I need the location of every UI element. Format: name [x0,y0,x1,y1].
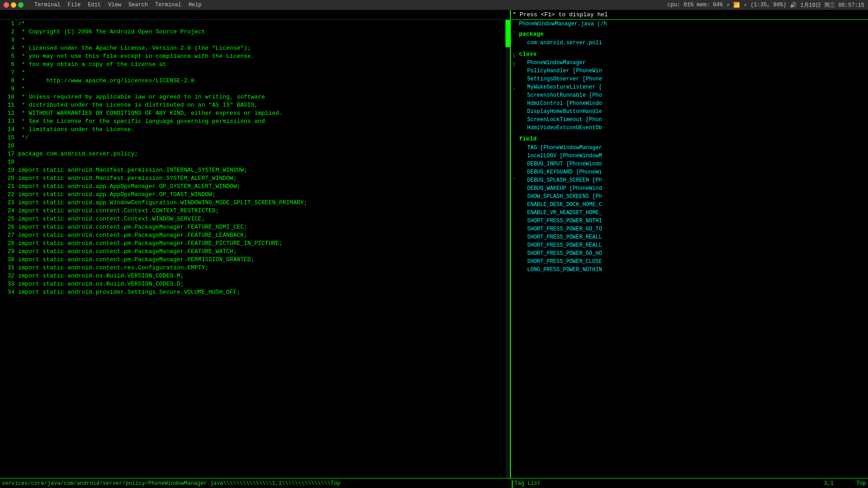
code-line: 2 * Copyright (C) 2006 The Android Open … [0,28,510,36]
class-item[interactable]: PhoneWindowManager [519,59,868,67]
line-number: 2 [0,28,14,36]
package-value: com.android.server.poli [519,39,868,47]
field-item[interactable]: DEBUG_WAKEUP [PhoneWind [519,184,868,192]
vbar-4: - [511,85,517,93]
line-number: 34 [0,288,14,296]
line-content: import static android.provider.Settings.… [18,288,510,296]
code-line: 10 * Unless required by applicable law o… [0,93,510,101]
code-line: 19import static android.Manifest.permiss… [0,166,510,174]
field-item[interactable]: DEBUG_SPLASH_SCREEN [Ph [519,176,868,184]
vert-bars: - | | - - [511,20,517,478]
field-item[interactable]: TAG [PhoneWindowManager [519,144,868,152]
field-item[interactable]: ENABLE_VR_HEADSET_HOME_ [519,209,868,217]
code-line: 22import static android.app.AppOpsManage… [0,191,510,199]
class-item[interactable]: SettingsObserver [Phone [519,75,868,83]
wifi-icon: 📶 [733,2,740,9]
class-item[interactable]: HdmiControl [PhoneWindo [519,99,868,108]
code-line: 17package com.android.server.policy; [0,150,510,158]
field-item[interactable]: localLOGV [PhoneWindowM [519,152,868,160]
line-number: 5 [0,52,14,61]
class-item[interactable]: ScreenLockTimeout [Phon [519,116,868,124]
maximize-button[interactable] [18,2,24,8]
menu-edit[interactable]: Edit [88,2,101,8]
line-content: * you may not use this file except in co… [18,52,510,61]
line-number: 19 [0,166,14,174]
menu-terminal[interactable]: Terminal [34,2,61,8]
line-content: * See the License for the specific langu… [18,117,510,126]
code-line: 29import static android.content.pm.Packa… [0,248,510,256]
line-content: import static android.app.AppOpsManager.… [18,191,510,199]
top-menu-bar: Terminal File Edit View Search Terminal … [0,0,868,10]
editor-panel: 1/*2 * Copyright (C) 2006 The Android Op… [0,20,511,478]
field-header: field [519,135,868,144]
line-content [18,158,510,166]
code-line: 21import static android.app.AppOpsManage… [0,183,510,191]
field-item[interactable]: DEBUG_KEYGUARD [PhoneWi [519,168,868,176]
field-item[interactable]: SHOW_SPLASH_SCREENS [Ph [519,192,868,201]
line-content: * Licensed under the Apache License, Ver… [18,44,510,52]
code-line: 33import static android.os.Build.VERSION… [0,280,510,288]
scrollbar-thumb[interactable] [505,20,510,47]
class-item[interactable]: PolicyHandler [PhoneWin [519,67,868,75]
line-number: 31 [0,264,14,272]
menu-search[interactable]: Search [128,2,148,8]
field-item[interactable]: SHORT_PRESS_POWER_GO_HO [519,249,868,258]
code-line: 24import static android.content.Context.… [0,207,510,215]
field-item[interactable]: SHORT_PRESS_POWER_NOTHI [519,217,868,225]
line-number: 15 [0,134,14,142]
class-item[interactable]: ScreenshotRunnable [Pho [519,91,868,99]
line-content: import static android.content.pm.Package… [18,231,510,239]
field-item[interactable]: SHORT_PRESS_POWER_GO_TO [519,225,868,233]
menu-file[interactable]: File [68,2,81,8]
line-number: 10 [0,93,14,101]
line-number: 33 [0,280,14,288]
line-number: 9 [0,85,14,93]
field-item[interactable]: ENABLE_DESK_DOCK_HOME_C [519,201,868,209]
code-line: 1/* [0,20,510,28]
top-bar-right: cpu: 01% mem: 04% ⚡ 📶 ⚡ (1:35, 86%) 🔊 1月… [667,1,864,9]
line-content: * distributed under the License is distr… [18,101,510,109]
code-line: 27import static android.content.pm.Packa… [0,231,510,239]
field-item[interactable]: LONG_PRESS_POWER_NOTHIN [519,266,868,274]
line-number: 28 [0,239,14,248]
code-line: 25import static android.content.Context.… [0,215,510,223]
code-line: 18 [0,158,510,166]
class-item[interactable]: MyWakeGestureListener [ [519,83,868,91]
line-number: 12 [0,109,14,117]
code-line: 23import static android.app.WindowConfig… [0,199,510,207]
menu-view[interactable]: View [108,2,121,8]
datetime: 1月10日 周三 08:57:15 [800,1,864,9]
line-content: import static android.content.pm.Package… [18,239,510,248]
network-icon: ⚡ [726,2,730,9]
line-content: * limitations under the License. [18,126,510,134]
field-item[interactable]: SHORT_PRESS_POWER_REALL [519,241,868,249]
class-item[interactable]: DisplayHomeButtonHandle [519,108,868,116]
class-header: class [519,50,868,59]
editor-scrollbar[interactable] [505,20,510,478]
line-number: 16 [0,142,14,150]
close-button[interactable] [4,2,9,8]
class-items: PhoneWindowManagerPolicyHandler [PhoneWi… [519,59,868,132]
code-line: 20import static android.Manifest.permiss… [0,174,510,183]
line-content: import static android.app.AppOpsManager.… [18,183,510,191]
field-item[interactable]: SHORT_PRESS_POWER_REALL [519,233,868,241]
line-number: 8 [0,77,14,85]
menu-help[interactable]: Help [189,2,202,8]
code-line: 32import static android.os.Build.VERSION… [0,272,510,280]
press-help-text: " Press <F1> to display hel [511,10,868,20]
top-bar-left: Terminal File Edit View Search Terminal … [4,2,202,8]
line-number: 17 [0,150,14,158]
line-number: 30 [0,256,14,264]
line-content: import static android.content.Context.WI… [18,215,510,223]
code-line: 3 * [0,36,510,44]
line-number: 29 [0,248,14,256]
line-number: 13 [0,117,14,126]
line-content: * http://www.apache.org/licenses/LICENSE… [18,77,510,85]
line-content: import static android.Manifest.permissio… [18,166,510,174]
class-item[interactable]: HdmiVideoExtconUEventOb [519,124,868,132]
field-item[interactable]: SHORT_PRESS_POWER_CLOSE [519,258,868,266]
minimize-button[interactable] [11,2,16,8]
menu-terminal2[interactable]: Terminal [155,2,181,8]
field-item[interactable]: DEBUG_INPUT [PhoneWindo [519,160,868,168]
line-number: 14 [0,126,14,134]
